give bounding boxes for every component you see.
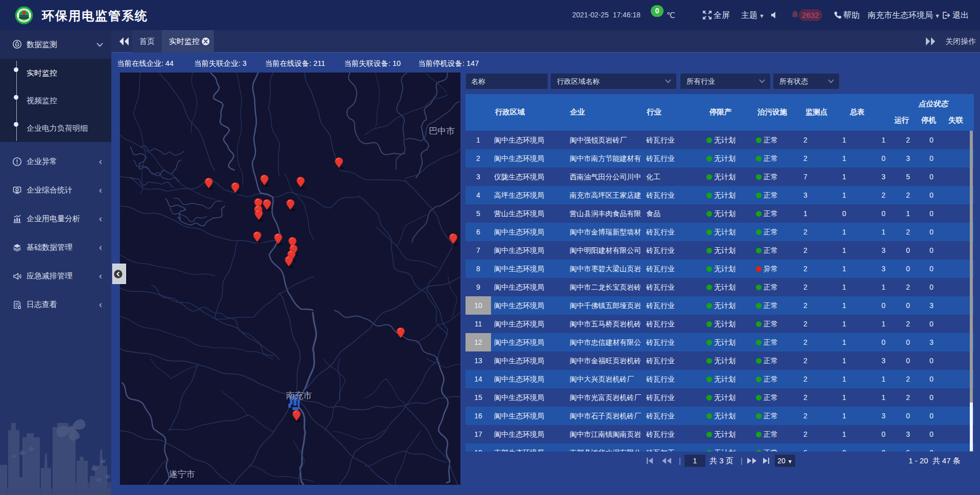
svg-text:南充市: 南充市 [286,391,312,400]
svg-text:遂宁市: 遂宁市 [169,469,195,479]
svg-text:巴中市: 巴中市 [429,126,455,136]
